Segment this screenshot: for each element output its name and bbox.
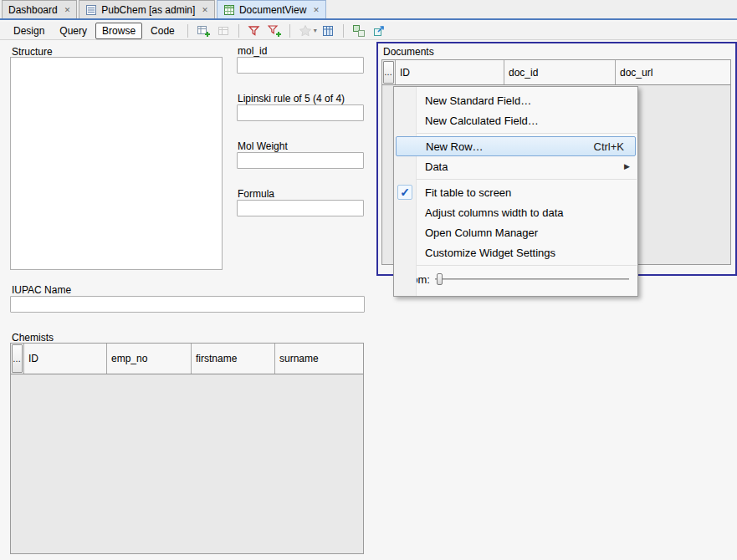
column-header-id[interactable]: ID [24, 344, 107, 374]
menu-item-fit-table-to-screen[interactable]: ✓ Fit table to screen [394, 182, 637, 202]
column-header-firstname[interactable]: firstname [192, 344, 275, 374]
add-filter-icon[interactable] [265, 23, 284, 39]
tab-bar: Dashboard ✕ PubChem [as admin] ✕ Documen… [0, 0, 737, 20]
tab-dashboard[interactable]: Dashboard ✕ [2, 0, 77, 18]
menu-item-label: New Row… [426, 140, 484, 153]
formula-label: Formula [238, 188, 274, 200]
documents-table-header: … ID doc_id doc_url [382, 60, 730, 85]
column-header-id[interactable]: ID [396, 60, 504, 84]
lipinski-input[interactable] [237, 104, 364, 121]
zoom-slider[interactable] [435, 272, 629, 286]
table-options-cell: … [382, 60, 396, 84]
menu-item-label: New Calculated Field… [425, 115, 539, 127]
mol-weight-input[interactable] [237, 152, 364, 169]
zoom-slider-track[interactable] [435, 278, 629, 280]
menu-item-label: Data [425, 160, 448, 173]
chemists-table: … ID emp_no firstname surname [10, 343, 364, 554]
table-icon [223, 4, 235, 16]
mol-weight-label: Mol Weight [238, 140, 288, 152]
mol-id-input[interactable] [237, 57, 364, 74]
menu-separator [395, 179, 637, 180]
menu-shortcut: Ctrl+K [594, 140, 635, 153]
iupac-input[interactable] [10, 296, 365, 313]
tab-pubchem[interactable]: PubChem [as admin] ✕ [79, 0, 215, 18]
menu-item-new-calculated-field[interactable]: New Calculated Field… [394, 110, 637, 130]
code-button[interactable]: Code [144, 23, 182, 39]
tab-label: Dashboard [8, 4, 58, 16]
query-button[interactable]: Query [53, 23, 94, 39]
table-options-cell: … [11, 344, 24, 374]
formula-input[interactable] [237, 200, 364, 216]
menu-item-data[interactable]: Data ▶ [394, 156, 637, 176]
toolbar-separator [238, 24, 239, 38]
menu-item-label: Customize Widget Settings [425, 247, 555, 259]
column-header-surname[interactable]: surname [275, 344, 363, 374]
close-icon[interactable]: ✕ [313, 6, 320, 14]
menu-item-label: Fit table to screen [425, 186, 511, 199]
iupac-label: IUPAC Name [12, 284, 71, 296]
table-options-button[interactable]: … [12, 344, 23, 373]
close-icon[interactable]: ✕ [64, 6, 71, 14]
menu-item-label: Adjust columns width to data [425, 206, 563, 219]
design-button[interactable]: Design [7, 23, 51, 39]
zoom-slider-handle[interactable] [437, 273, 443, 285]
check-icon: ✓ [397, 185, 412, 200]
menu-item-label: Open Column Manager [425, 227, 538, 239]
documents-label: Documents [383, 46, 434, 58]
menu-separator [395, 133, 637, 134]
mol-id-label: mol_id [238, 45, 267, 57]
chemists-label: Chemists [12, 332, 54, 344]
toolbar-separator [343, 24, 344, 38]
tab-label: PubChem [as admin] [101, 4, 195, 16]
close-icon[interactable]: ✕ [202, 6, 208, 14]
menu-item-customize-widget-settings[interactable]: Customize Widget Settings [394, 242, 637, 262]
tab-label: DocumentView [239, 4, 306, 16]
column-header-doc-id[interactable]: doc_id [504, 60, 616, 84]
menu-item-label: New Standard Field… [425, 94, 531, 107]
column-header-doc-url[interactable]: doc_url [616, 60, 730, 84]
context-menu: New Standard Field… New Calculated Field… [393, 86, 638, 297]
structure-canvas[interactable] [10, 57, 223, 270]
browse-button[interactable]: Browse [95, 23, 142, 39]
related-tables-icon[interactable] [350, 23, 368, 39]
form-icon [85, 4, 97, 16]
table-options-button[interactable]: … [383, 61, 394, 84]
export-icon[interactable] [370, 23, 388, 39]
toolbar: Design Query Browse Code [0, 22, 737, 40]
menu-separator [395, 265, 637, 266]
add-record-icon[interactable] [194, 23, 212, 39]
favorites-star-icon[interactable] [296, 23, 315, 39]
filter-icon[interactable] [245, 23, 264, 39]
toolbar-separator [289, 24, 290, 38]
tab-documentview[interactable]: DocumentView ✕ [217, 0, 326, 18]
lipinski-label: Lipinski rule of 5 (4 of 4) [238, 93, 345, 104]
structure-label: Structure [12, 46, 53, 58]
grid-view-icon[interactable] [319, 23, 337, 39]
toolbar-separator [187, 24, 188, 38]
submenu-arrow-icon: ▶ [624, 162, 637, 171]
menu-item-new-standard-field[interactable]: New Standard Field… [394, 90, 637, 110]
column-header-emp-no[interactable]: emp_no [107, 344, 192, 374]
delete-record-icon[interactable] [214, 23, 233, 39]
menu-zoom-row: Zoom: [394, 268, 637, 290]
menu-item-open-column-manager[interactable]: Open Column Manager [394, 222, 637, 242]
menu-item-new-row[interactable]: New Row… Ctrl+K [396, 136, 636, 156]
chemists-table-header: … ID emp_no firstname surname [11, 344, 363, 374]
menu-item-adjust-columns-width[interactable]: Adjust columns width to data [394, 202, 637, 222]
